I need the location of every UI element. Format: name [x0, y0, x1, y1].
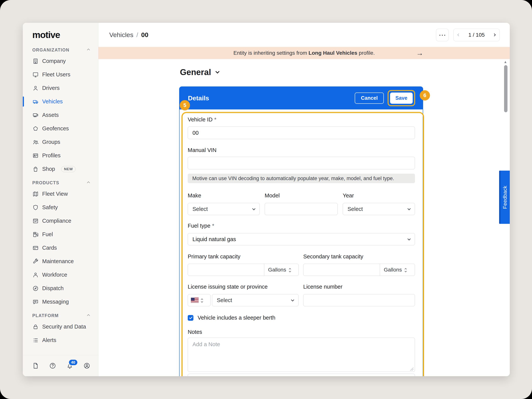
secondary-tank-input[interactable] — [303, 264, 380, 276]
sidebar-item-assets[interactable]: Assets — [23, 108, 98, 122]
notes-textarea[interactable] — [188, 338, 415, 372]
country-flag-select[interactable] — [188, 294, 210, 306]
breadcrumb-current: 00 — [141, 31, 148, 38]
chevron-down-icon — [408, 207, 411, 210]
sidebar-item-company[interactable]: Company — [23, 54, 98, 68]
account-icon[interactable] — [83, 362, 90, 369]
sidebar-footer: 40 — [23, 355, 98, 376]
sidebar-item-label: Drivers — [42, 85, 60, 91]
annotation-badge-6: 6 — [420, 90, 430, 101]
chevron-up-icon — [87, 314, 90, 317]
chevron-down-icon — [291, 298, 294, 301]
compass-icon — [32, 285, 39, 292]
section-label: ORGANIZATION — [32, 48, 69, 53]
sidebar-item-profiles[interactable]: Profiles — [23, 149, 98, 162]
map-icon — [32, 191, 39, 197]
sidebar-item-label: Geofences — [42, 125, 69, 132]
sidebar: motive ORGANIZATION Company Fleet Users … — [23, 23, 98, 376]
notification-count-badge: 40 — [68, 359, 78, 366]
us-flag-icon — [191, 298, 199, 303]
sidebar-item-fleet-users[interactable]: Fleet Users — [23, 68, 98, 81]
motive-logo: motive — [32, 30, 98, 39]
primary-tank-label: Primary tank capacity — [188, 253, 240, 260]
sidebar-item-groups[interactable]: Groups — [23, 135, 98, 149]
sidebar-item-label: Fleet View — [42, 191, 68, 197]
sidebar-item-compliance[interactable]: Compliance — [23, 214, 98, 228]
credit-card-icon — [32, 245, 39, 251]
chat-icon — [32, 299, 39, 305]
sidebar-item-messaging[interactable]: Messaging — [23, 295, 98, 309]
sidebar-item-label: Compliance — [42, 218, 71, 224]
sidebar-item-label: Shop — [42, 166, 55, 172]
sidebar-item-label: Security and Data — [42, 323, 86, 330]
sidebar-item-safety[interactable]: Safety — [23, 201, 98, 214]
sidebar-item-maintenance[interactable]: Maintenance — [23, 255, 98, 268]
feedback-label: Feedback — [502, 186, 508, 209]
vehicle-id-label: Vehicle ID* — [188, 116, 216, 123]
clipboard-icon — [32, 218, 39, 224]
sidebar-item-cards[interactable]: Cards — [23, 241, 98, 255]
secondary-tank-unit-select[interactable]: Gallons — [380, 264, 415, 276]
vehicle-id-input[interactable] — [188, 127, 415, 139]
sidebar-item-label: Groups — [42, 139, 60, 145]
primary-tank-input[interactable] — [188, 264, 264, 276]
sidebar-section-products[interactable]: PRODUCTS — [23, 180, 98, 186]
section-label: PLATFORM — [32, 313, 59, 318]
sidebar-section-platform[interactable]: PLATFORM — [23, 313, 98, 318]
notes-label: Notes — [188, 329, 202, 335]
manual-vin-input[interactable] — [188, 157, 415, 169]
monitor-icon — [32, 71, 39, 78]
sidebar-item-vehicles[interactable]: Vehicles — [23, 95, 98, 108]
primary-tank-unit-select[interactable]: Gallons — [264, 264, 299, 276]
sidebar-item-fleet-view[interactable]: Fleet View — [23, 187, 98, 201]
sidebar-item-dispatch[interactable]: Dispatch — [23, 282, 98, 295]
year-select[interactable]: Select — [343, 203, 415, 215]
help-icon[interactable] — [49, 362, 56, 369]
sidebar-item-label: Assets — [42, 112, 59, 118]
chevron-up-icon — [87, 181, 90, 184]
sidebar-item-drivers[interactable]: Drivers — [23, 81, 98, 95]
sidebar-item-alerts[interactable]: Alerts — [23, 333, 98, 347]
secondary-tank-label: Secondary tank capacity — [303, 253, 363, 260]
sleeper-berth-label: Vehicle includes a sleeper berth — [198, 315, 275, 321]
prev-page-icon[interactable] — [457, 33, 460, 37]
sidebar-item-label: Vehicles — [42, 98, 63, 105]
chevron-down-icon — [408, 237, 411, 240]
sleeper-berth-checkbox[interactable] — [188, 315, 193, 321]
id-card-icon — [32, 152, 39, 159]
sidebar-item-geofences[interactable]: Geofences — [23, 122, 98, 135]
list-icon — [32, 337, 39, 343]
feedback-tab[interactable]: Feedback — [499, 171, 510, 224]
sidebar-item-label: Fleet Users — [42, 71, 70, 78]
sidebar-item-fuel[interactable]: Fuel — [23, 228, 98, 241]
desktop-background: motive ORGANIZATION Company Fleet Users … — [0, 0, 532, 399]
bell-icon[interactable]: 40 — [66, 362, 73, 369]
content-scroll-area: General Details Cancel Save — [98, 59, 510, 376]
license-state-select[interactable]: Select — [212, 294, 298, 306]
year-label: Year — [343, 192, 354, 199]
building-icon — [32, 58, 39, 64]
sidebar-section-organization[interactable]: ORGANIZATION — [23, 47, 98, 53]
sidebar-item-workforce[interactable]: Workforce — [23, 268, 98, 282]
sidebar-item-label: Fuel — [42, 231, 53, 238]
sidebar-item-label: Company — [42, 58, 66, 64]
sidebar-item-security-and-data[interactable]: Security and Data — [23, 320, 98, 333]
make-select[interactable]: Select — [188, 203, 260, 215]
license-number-input[interactable] — [303, 294, 415, 306]
wrench-icon — [32, 258, 39, 265]
banner-arrow-icon[interactable]: → — [416, 49, 423, 57]
fuel-type-select[interactable]: Liquid natural gas — [188, 233, 415, 245]
sidebar-item-shop[interactable]: Shop NEW — [23, 162, 98, 176]
model-label: Model — [265, 192, 280, 199]
bag-icon — [32, 166, 39, 172]
next-page-icon[interactable] — [493, 33, 496, 37]
shield-icon — [32, 204, 39, 211]
model-input[interactable] — [265, 203, 338, 215]
more-actions-button[interactable]: ⋯ — [436, 29, 449, 41]
sidebar-item-label: Cards — [42, 245, 57, 251]
sidebar-item-label: Workforce — [42, 272, 67, 278]
vin-hint: Motive can use VIN decoding to automatic… — [188, 174, 415, 183]
guide-icon[interactable] — [32, 362, 39, 369]
breadcrumb-parent[interactable]: Vehicles — [109, 31, 133, 38]
resize-grip-icon[interactable] — [410, 367, 413, 371]
